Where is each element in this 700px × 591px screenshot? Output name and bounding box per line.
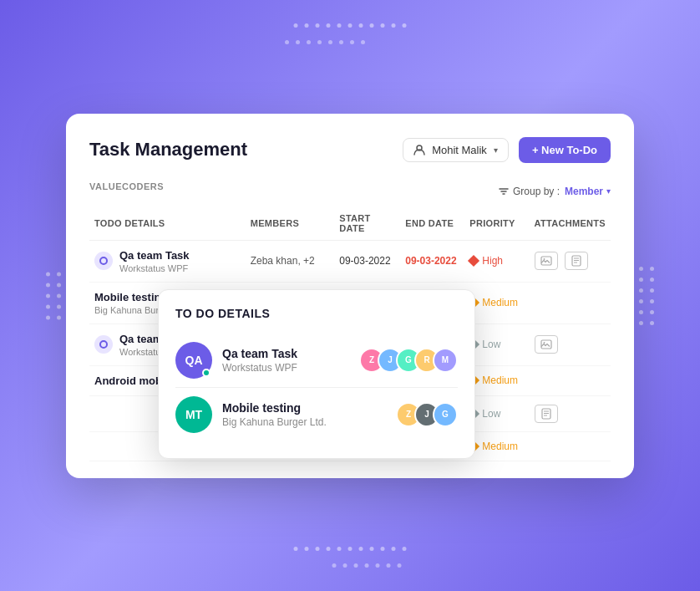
card-header: Task Management Mohit Malik ▾ + New To-D… <box>89 137 611 163</box>
priority-label: Low <box>482 408 500 420</box>
doc-attachment-icon <box>535 405 558 423</box>
avatar-initials: MT <box>185 408 202 421</box>
member-avatar: G <box>433 402 458 427</box>
group-by-value: Member <box>565 186 603 197</box>
member-avatars: ZJG <box>396 402 458 427</box>
new-todo-button[interactable]: + New To-Do <box>519 137 611 163</box>
col-priority: PRIORITY <box>464 206 529 241</box>
section-label: VALUECODERS <box>89 181 164 191</box>
image-attachment-icon <box>535 335 558 354</box>
members-cell: Zeba khan, +2 <box>246 240 335 282</box>
popup-task-subtitle: Workstatus WPF <box>222 362 359 374</box>
col-todo-details: TODO DETAILS <box>89 206 246 241</box>
member-avatar: M <box>433 348 458 373</box>
popup-item[interactable]: MT Mobile testing Big Kahuna Burger Ltd.… <box>175 388 458 441</box>
attachments-cell <box>530 324 611 365</box>
filter-icon <box>498 186 510 197</box>
group-by-label: Group by : <box>513 186 560 197</box>
col-end-date: END DATE <box>400 206 464 241</box>
col-start-date: START DATE <box>334 206 400 241</box>
popup-item[interactable]: QA Qa team Task Workstatus WPF ZJGRM <box>175 334 458 388</box>
online-indicator <box>202 369 211 377</box>
priority-label: High <box>482 255 503 267</box>
priority-cell: High <box>464 240 529 282</box>
end-date-cell: 09-03-2022 <box>400 240 464 282</box>
table-header-row: TODO DETAILS MEMBERS START DATE END DATE… <box>89 206 611 241</box>
attachments-cell <box>530 282 611 324</box>
start-date-cell: 09-03-2022 <box>334 240 400 282</box>
attachments-cell <box>530 365 611 395</box>
popup-overlay: TO DO DETAILS QA Qa team Task Workstatus… <box>158 289 475 459</box>
task-status-icon <box>94 335 113 354</box>
attachments-cell <box>530 431 611 461</box>
popup-task-info: Qa team Task Workstatus WPF <box>222 347 359 374</box>
attachments-cell <box>530 240 611 282</box>
main-card: Task Management Mohit Malik ▾ + New To-D… <box>66 114 634 478</box>
task-avatar: QA <box>175 342 212 379</box>
popup-task-name: Qa team Task <box>222 347 359 360</box>
task-status-icon <box>94 252 113 270</box>
chevron-down-icon: ▾ <box>494 145 498 155</box>
task-subtitle: Workstatus WPF <box>119 263 190 273</box>
svg-point-5 <box>543 258 545 260</box>
col-members: MEMBERS <box>246 206 335 241</box>
todo-details-popup: TO DO DETAILS QA Qa team Task Workstatus… <box>158 289 475 459</box>
task-details-cell: Qa team Task Workstatus WPF <box>89 240 246 282</box>
user-name: Mohit Malik <box>432 144 487 156</box>
priority-diamond-icon <box>468 255 479 267</box>
group-by-control[interactable]: Group by : Member ▾ <box>498 186 611 197</box>
priority-label: Low <box>482 339 500 350</box>
popup-task-name: Mobile testing <box>222 401 396 415</box>
popup-task-info: Mobile testing Big Kahuna Burger Ltd. <box>222 401 396 428</box>
user-selector[interactable]: Mohit Malik ▾ <box>403 138 509 162</box>
user-icon <box>413 144 425 155</box>
col-attachments: ATTACHMENTS <box>530 206 611 241</box>
task-avatar: MT <box>175 396 212 433</box>
header-actions: Mohit Malik ▾ + New To-Do <box>403 137 611 163</box>
table-row[interactable]: Qa team Task Workstatus WPF Zeba khan, +… <box>89 240 611 282</box>
svg-point-11 <box>543 342 545 344</box>
priority-label: Medium <box>482 441 518 452</box>
group-by-chevron-icon: ▾ <box>606 186 611 196</box>
attachments-cell <box>530 395 611 431</box>
doc-attachment-icon <box>565 252 588 270</box>
popup-task-subtitle: Big Kahuna Burger Ltd. <box>222 416 396 428</box>
member-avatars: ZJGRM <box>359 348 458 373</box>
popup-title: TO DO DETAILS <box>175 307 458 320</box>
priority-label: Medium <box>482 297 518 308</box>
page-title: Task Management <box>89 139 247 160</box>
avatar-initials: QA <box>185 354 203 367</box>
task-name: Qa team Task <box>119 249 190 262</box>
table-section-header: VALUECODERS Group by : Member ▾ <box>89 181 611 201</box>
priority-label: Medium <box>482 374 518 386</box>
popup-items-list: QA Qa team Task Workstatus WPF ZJGRM MT … <box>175 334 458 441</box>
image-attachment-icon <box>535 252 558 270</box>
